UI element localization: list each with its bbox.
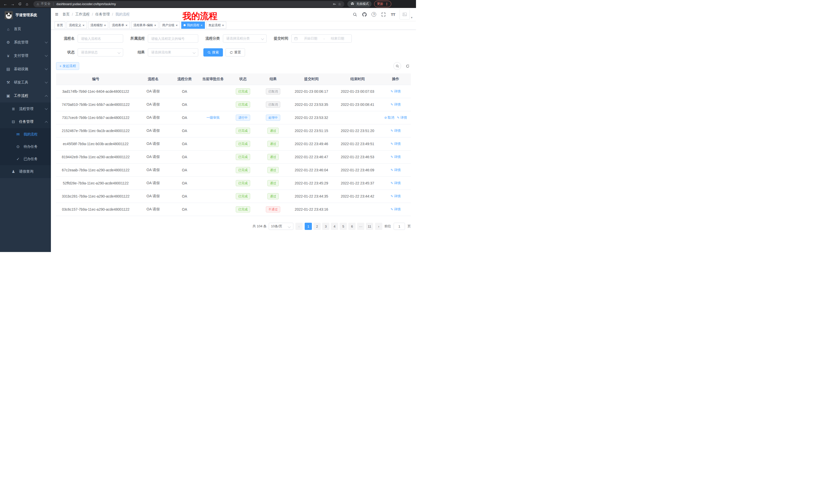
tab-close-icon[interactable]: × <box>82 24 85 27</box>
tab-close-icon[interactable]: × <box>222 24 224 27</box>
pager-next-button[interactable]: › <box>375 223 382 230</box>
detail-link[interactable]: ✎详情 <box>391 194 400 199</box>
sidebar-item-process-management[interactable]: ≣流程管理 <box>0 103 51 115</box>
pager-page-1[interactable]: 1 <box>305 223 312 230</box>
sidebar-item-dev-tools[interactable]: ⚒研发工具 <box>0 76 51 89</box>
toggle-search-button[interactable] <box>393 62 401 70</box>
tab-process-form[interactable]: 流程表单× <box>109 22 130 29</box>
tab-process-model[interactable]: 流程模型× <box>88 22 108 29</box>
header-search-button[interactable] <box>351 10 359 18</box>
approval-task-link[interactable]: 一级审批 <box>206 115 220 120</box>
browser-home-icon[interactable]: ⌂ <box>24 1 30 7</box>
breadcrumb-item-workflow[interactable]: 工作流程 <box>75 12 90 17</box>
app-logo[interactable]: 芋道管理系统 <box>0 8 51 22</box>
detail-link[interactable]: ✎详情 <box>391 207 400 212</box>
detail-link[interactable]: ✎详情 <box>391 181 400 186</box>
chrome-update-button[interactable]: 更新 ⋮ <box>374 1 391 7</box>
reset-button[interactable]: 重置 <box>226 48 245 57</box>
sidebar-item-home[interactable]: ⌂首页 <box>0 22 51 36</box>
pager-page-11[interactable]: 11 <box>366 223 373 230</box>
tab-my-process[interactable]: 我的流程× <box>181 22 205 29</box>
pager-page-4[interactable]: 4 <box>331 223 338 230</box>
pager-page-6[interactable]: 6 <box>348 223 356 230</box>
detail-link[interactable]: ✎详情 <box>391 142 400 146</box>
detail-link[interactable]: ✎详情 <box>391 89 400 94</box>
avatar-image <box>399 9 410 20</box>
chevron-down-icon <box>192 51 196 54</box>
status-tag: 进行中 <box>236 115 250 121</box>
column-header-8: 操作 <box>381 74 411 85</box>
chevron-up-icon <box>45 95 48 98</box>
cell-end-time: 2022-01-23 00:07:03 <box>335 85 380 98</box>
tab-close-icon[interactable]: × <box>104 24 106 27</box>
process-category-select[interactable]: 请选择流程分类 <box>223 34 267 43</box>
detail-link[interactable]: ✎详情 <box>391 168 400 172</box>
font-size-button[interactable]: TT <box>389 10 397 18</box>
help-button[interactable]: ? <box>370 10 378 18</box>
cancel-link[interactable]: ⊘取消 <box>384 115 394 120</box>
browser-refresh-icon[interactable] <box>17 1 23 7</box>
tab-close-icon[interactable]: × <box>176 24 178 27</box>
sidebar-item-payment-management[interactable]: ¥支付管理 <box>0 49 51 62</box>
cell-result: 处理中 <box>258 111 288 124</box>
tab-close-icon[interactable]: × <box>126 24 128 27</box>
detail-link[interactable]: ✎详情 <box>391 102 400 107</box>
create-process-button[interactable]: + 发起流程 <box>56 62 79 70</box>
tab-close-icon[interactable]: × <box>201 24 203 27</box>
browser-forward-icon[interactable]: → <box>9 1 16 7</box>
tab-process-definition[interactable]: 流程定义× <box>67 22 87 29</box>
breadcrumb-separator: / <box>112 12 113 17</box>
process-definition-input[interactable] <box>148 34 198 43</box>
detail-link[interactable]: ✎详情 <box>397 115 407 120</box>
chevron-up-icon <box>45 121 48 124</box>
pager-more[interactable]: ··· <box>357 223 364 230</box>
sidebar-item-todo-tasks[interactable]: ⊙待办任务 <box>0 141 51 153</box>
process-category-label: 流程分类 <box>202 36 220 41</box>
sidebar-item-task-management[interactable]: ⊟任务管理 <box>0 115 51 128</box>
tab-start-process[interactable]: 发起流程× <box>206 22 227 29</box>
workflow-icon: ▣ <box>5 93 11 98</box>
github-button[interactable] <box>361 10 368 18</box>
goto-page-input[interactable] <box>394 223 405 230</box>
browser-menu-icon[interactable]: ⋮ <box>385 2 389 6</box>
hamburger-icon[interactable]: ≡ <box>51 11 62 17</box>
breadcrumb-item-home[interactable]: 首页 <box>62 12 70 17</box>
sidebar-item-leave-query[interactable]: ♟请假查询 <box>0 165 51 178</box>
sidebar-item-my-process[interactable]: ✉我的流程 <box>0 128 51 141</box>
detail-link[interactable]: ✎详情 <box>391 155 400 159</box>
breadcrumb-item-task-management[interactable]: 任务管理 <box>95 12 110 17</box>
bookmark-star-icon[interactable]: ☆ <box>338 2 341 6</box>
sidebar-item-workflow[interactable]: ▣工作流程 <box>0 89 51 103</box>
tab-process-form-edit[interactable]: 流程表单-编辑× <box>131 22 159 29</box>
search-button[interactable]: 搜索 <box>203 48 223 57</box>
cell-submit-time: 2022-01-22 23:49:46 <box>288 137 335 150</box>
detail-label: 详情 <box>394 194 400 199</box>
refresh-table-button[interactable] <box>404 63 411 69</box>
status-select[interactable]: 请选择状态 <box>78 48 123 57</box>
pager-prev-button[interactable]: ‹ <box>295 223 303 230</box>
detail-label: 详情 <box>394 142 400 146</box>
detail-link[interactable]: ✎详情 <box>391 129 400 133</box>
process-name-input[interactable] <box>78 34 123 43</box>
tab-home[interactable]: 首页 <box>54 22 65 29</box>
sidebar-item-infrastructure[interactable]: ▤基础设施 <box>0 62 51 76</box>
cell-end-time: 2022-01-22 23:44:42 <box>335 190 380 203</box>
sidebar-item-done-tasks[interactable]: ✓已办任务 <box>0 153 51 165</box>
password-key-icon[interactable] <box>333 2 336 6</box>
pager-page-3[interactable]: 3 <box>322 223 329 230</box>
pager-page-2[interactable]: 2 <box>313 223 321 230</box>
security-label: 不安全 <box>41 2 51 6</box>
user-avatar[interactable]: ▾ <box>399 9 412 20</box>
result-select[interactable]: 请选择流结果 <box>148 48 198 57</box>
submit-time-range-picker[interactable]: 开始日期 - 结束日期 <box>291 34 352 43</box>
security-warning-icon: ⚠ <box>36 2 39 6</box>
tab-user-group[interactable]: 用户分组× <box>160 22 180 29</box>
address-bar[interactable]: ⚠ 不安全 dashboard.yudao.iocoder.cn/bpm/tas… <box>33 1 344 7</box>
breadcrumb-separator: / <box>72 12 73 17</box>
tab-close-icon[interactable]: × <box>154 24 156 27</box>
browser-back-icon[interactable]: ← <box>2 1 9 7</box>
fullscreen-button[interactable] <box>380 10 387 18</box>
pager-page-5[interactable]: 5 <box>340 223 347 230</box>
page-size-select[interactable]: 10条/页 <box>269 223 293 230</box>
sidebar-item-system-management[interactable]: ⚙系统管理 <box>0 36 51 49</box>
